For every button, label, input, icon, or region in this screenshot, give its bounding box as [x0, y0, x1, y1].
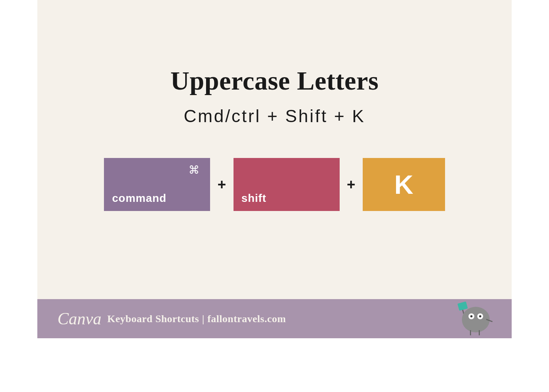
shortcut-card: Uppercase Letters Cmd/ctrl + Shift + K ⌘…	[37, 0, 512, 338]
footer-bar: Canva Keyboard Shortcuts | fallontravels…	[37, 299, 512, 338]
plus-separator: +	[344, 176, 358, 193]
keys-row: ⌘ command + shift + K	[37, 158, 512, 211]
key-shift-label: shift	[242, 192, 332, 204]
shortcut-title: Uppercase Letters	[37, 66, 512, 96]
key-shift: shift	[234, 158, 340, 211]
canva-logo: Canva	[57, 309, 101, 328]
key-command: ⌘ command	[104, 158, 210, 211]
footer-separator: |	[202, 313, 205, 325]
key-k-label: K	[394, 170, 413, 200]
mascot-icon	[457, 302, 493, 335]
command-symbol-icon: ⌘	[188, 163, 200, 176]
key-k: K	[363, 158, 445, 211]
key-command-label: command	[112, 192, 202, 204]
plus-separator: +	[214, 176, 229, 193]
footer-title: Keyboard Shortcuts	[107, 313, 199, 325]
shortcut-subtitle: Cmd/ctrl + Shift + K	[37, 106, 512, 126]
footer-site: fallontravels.com	[208, 313, 286, 325]
